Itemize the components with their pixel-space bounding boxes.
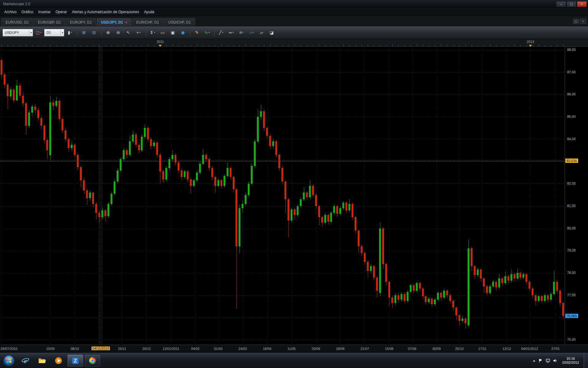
zoom-in-icon: ⊕ — [106, 30, 110, 35]
minimize-button[interactable]: – — [556, 1, 566, 7]
date-axis[interactable]: 29/07/201015/0908/1004/11/201025/1120/12… — [0, 345, 588, 353]
taskbar-app-file-explorer[interactable] — [34, 355, 50, 367]
screenshot-icon: ▣ — [171, 30, 175, 35]
dropdown-arrow-icon: ▾ — [139, 31, 141, 34]
marker-tool-button[interactable]: ▱ — [257, 29, 266, 36]
tab-close-icon[interactable]: × — [125, 21, 127, 24]
price-axis-label: 82,00 — [567, 182, 576, 185]
label-tool-button[interactable]: ▭ — [158, 29, 167, 36]
taskbar-app-trading-station[interactable]: Z — [67, 354, 84, 367]
tray-volume[interactable] — [553, 358, 558, 363]
date-axis-label: 15/08 — [385, 347, 394, 351]
tab-eur-usd-d1[interactable]: EUR/USD, D1 — [1, 18, 33, 26]
price-axis[interactable]: 88,0087,0086,0085,0084,0082,0081,0080,00… — [565, 47, 588, 345]
maximize-button[interactable]: ▢ — [567, 1, 576, 7]
instrument-link-icon: ◫ — [36, 30, 40, 35]
candlestick-chart[interactable] — [0, 47, 565, 345]
horizontal-line-icon: ═ — [229, 30, 232, 35]
menu-item-archivo[interactable]: Archivo — [2, 8, 19, 16]
tab-label: USD/JPY, D1 — [101, 20, 123, 25]
date-axis-label: 20/12 — [142, 347, 151, 351]
measure-tool-button[interactable]: ⇕▾ — [148, 29, 157, 36]
toolbar-separator — [101, 29, 101, 36]
date-axis-label: 03/06 — [312, 347, 320, 351]
date-axis-label: 07/09 — [408, 347, 417, 351]
taskbar-app-chrome[interactable] — [84, 354, 101, 367]
dropdown-arrow-icon: ▾ — [232, 31, 234, 34]
taskbar-app-media-player[interactable] — [51, 355, 66, 367]
window-controls: – ▢ × — [556, 1, 587, 7]
restore-chart-button[interactable]: ◱ — [573, 19, 579, 24]
fibonacci-icon: ≡ — [239, 30, 242, 35]
date-axis-label: 04/01/2012 — [521, 347, 538, 351]
tab-eur-jpy-d1[interactable]: EUR/JPY, D1 — [66, 18, 96, 26]
show-desktop-button[interactable] — [584, 353, 588, 368]
date-axis-label-highlight: 04/11/2010 — [92, 347, 110, 350]
symbol-select[interactable]: USD/JPY▾ — [2, 29, 33, 36]
date-axis-label: 11/05 — [288, 347, 296, 351]
price-axis-label: 85,00 — [567, 115, 576, 118]
grid-layer — [0, 47, 565, 347]
pointer-tool-icon: ↖ — [126, 30, 130, 35]
pointer-tool-button[interactable]: ↖ — [124, 29, 133, 36]
date-axis-label: 27/01 — [551, 347, 560, 351]
horizontal-line-button[interactable]: ═▾ — [227, 29, 236, 36]
tray-network[interactable] — [545, 358, 550, 363]
dropdown-arrow-icon: ▾ — [209, 31, 210, 34]
ruler-ticks — [0, 39, 565, 46]
crosshair-tool-button[interactable]: +▾ — [134, 29, 143, 36]
tab-label: EUR/GBP, D1 — [38, 20, 61, 25]
time-ruler: 20112012 — [0, 39, 588, 47]
close-chart-button[interactable]: × — [580, 19, 586, 24]
chart-type-button[interactable]: ▮▾ — [65, 29, 74, 36]
tab-usd-chf-d1[interactable]: USD/CHF, D1 — [164, 18, 195, 26]
menu-item-alertas-y-automatizaci-n-de-operaciones[interactable]: Alertas y Automatización de Operaciones — [70, 8, 141, 16]
date-axis-label: 01/03 — [214, 347, 223, 351]
draw-pencil-button[interactable]: ✎ — [192, 29, 202, 36]
menu-item-gr-fico[interactable]: Gráfico — [19, 8, 36, 16]
file-explorer-icon — [38, 356, 46, 365]
tab-label: EUR/CHF, D1 — [136, 20, 159, 25]
new-chart-button[interactable]: ⊞ — [79, 29, 89, 36]
chart-area: 20112012 88,0087,0086,0085,0084,0082,008… — [0, 39, 588, 353]
tray-expand-icon[interactable] — [533, 360, 535, 362]
period-select-value: D1 — [47, 31, 51, 34]
instrument-link-button[interactable]: ◫▾ — [34, 29, 43, 36]
date-axis-label: 29/07/2010 — [1, 347, 17, 351]
menu-item-operar[interactable]: Operar — [53, 8, 69, 16]
tab-usd-jpy-d1[interactable]: USD/JPY, D1× — [97, 18, 131, 26]
menu-item-ayuda[interactable]: Ayuda — [141, 8, 157, 16]
tab-eur-gbp-d1[interactable]: EUR/GBP, D1 — [34, 18, 65, 26]
clock[interactable]: 15:16 02/02/2012 — [560, 357, 581, 365]
zoom-out-button[interactable]: ⊖ — [114, 29, 123, 36]
arrange-windows-button[interactable]: ⊟ — [89, 29, 99, 36]
close-button[interactable]: × — [577, 1, 587, 7]
dropdown-arrow-icon: ▾ — [29, 30, 32, 35]
start-button[interactable] — [1, 354, 17, 368]
tab-eur-chf-d1[interactable]: EUR/CHF, D1 — [132, 18, 163, 26]
menu-item-insertar[interactable]: Insertar — [36, 8, 53, 16]
ellipse-tool-button[interactable]: ○▾ — [247, 29, 256, 36]
date-axis-label: 17/11 — [478, 347, 487, 351]
year-label: 2012 — [527, 40, 534, 44]
screenshot-button[interactable]: ▣ — [168, 29, 177, 36]
price-axis-label: 78,00 — [567, 271, 576, 274]
fibonacci-button[interactable]: ≡▾ — [237, 29, 246, 36]
publish-web-icon: ◉ — [181, 30, 185, 35]
draw-pencil-icon: ✎ — [195, 30, 199, 35]
taskbar: eZ 15:16 02/02/2012 — [0, 353, 588, 368]
tab-window-controls: ◱× — [573, 19, 587, 26]
trend-line-button[interactable]: ╱▾ — [217, 29, 226, 36]
date-axis-label: 15/09 — [46, 347, 55, 351]
tray-flag[interactable] — [538, 358, 543, 363]
menu-bar: ArchivoGráficoInsertarOperarAlertas y Au… — [0, 8, 588, 16]
eraser-tool-button[interactable]: ◪ — [267, 29, 276, 36]
taskbar-app-internet-explorer[interactable]: e — [17, 355, 33, 367]
add-indicator-button[interactable]: ∿▾ — [202, 29, 212, 36]
date-axis-label: 25/11 — [118, 347, 126, 351]
publish-web-button[interactable]: ◉ — [178, 29, 187, 36]
period-select[interactable]: D1▾ — [44, 29, 64, 36]
chart-toolbar: USD/JPY▾◫▾D1▾▮▾⊞⊟⊕⊖↖+▾⇕▾▭▣◉✎∿▾╱▾═▾≡▾○▾▱◪ — [0, 26, 588, 39]
toolbar-separator — [145, 29, 146, 36]
zoom-in-button[interactable]: ⊕ — [104, 29, 113, 36]
